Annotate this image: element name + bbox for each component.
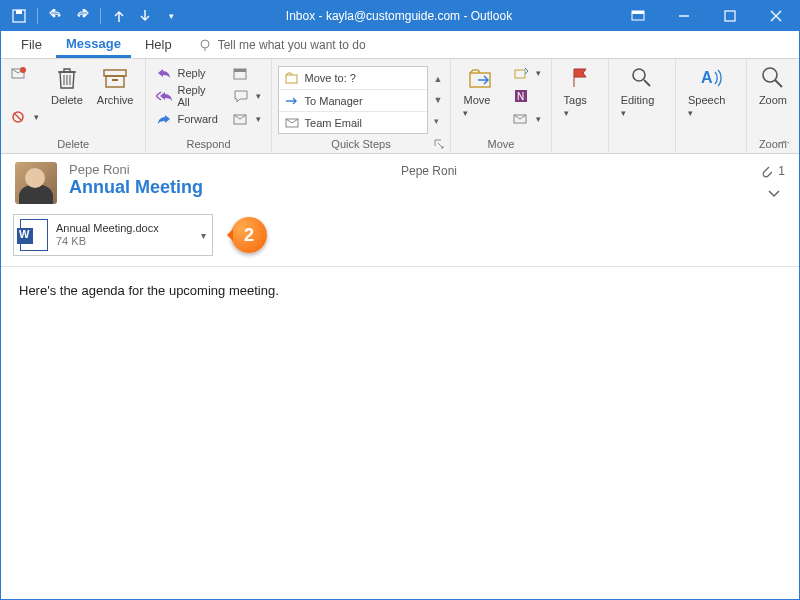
undo-button[interactable] <box>44 4 68 28</box>
attachment-count: 1 <box>778 164 785 178</box>
zoom-button[interactable]: Zoom <box>753 62 793 108</box>
quick-step-team-email[interactable]: Team Email <box>279 111 427 133</box>
quick-steps-gallery[interactable]: Move to: ? To Manager Team Email <box>278 66 428 134</box>
svg-point-9 <box>20 67 26 73</box>
onenote-icon: N <box>513 88 529 104</box>
tab-help[interactable]: Help <box>135 33 182 56</box>
group-editing: Editing ▾ <box>609 59 676 153</box>
message-subject: Annual Meeting <box>69 177 389 198</box>
collapse-ribbon-button[interactable]: ︿ <box>779 132 791 149</box>
find-icon <box>628 64 656 92</box>
mail-icon <box>285 118 299 128</box>
tell-me-label: Tell me what you want to do <box>218 38 366 52</box>
group-move: Move ▾ ▾ N ▾ Move <box>451 59 551 153</box>
save-button[interactable] <box>7 4 31 28</box>
quick-steps-launcher[interactable] <box>434 139 446 151</box>
group-tags-label <box>558 150 602 152</box>
ribbon: ▾ Delete Archive Delete Reply Reply All … <box>1 59 799 154</box>
ribbon-tabs: File Message Help Tell me what you want … <box>1 31 799 59</box>
recipient-name: Pepe Roni <box>401 164 457 178</box>
rules-button[interactable]: ▾ <box>509 62 545 84</box>
close-button[interactable] <box>753 1 799 31</box>
next-item-button[interactable] <box>133 4 157 28</box>
quick-steps-down-button[interactable]: ▼ <box>432 90 445 110</box>
svg-rect-5 <box>725 11 735 21</box>
editing-button[interactable]: Editing ▾ <box>615 62 669 120</box>
attachment-item[interactable]: Annual Meeting.docx 74 KB ▾ <box>13 214 213 256</box>
tell-me-search[interactable]: Tell me what you want to do <box>198 38 366 52</box>
quick-steps-up-button[interactable]: ▲ <box>432 69 445 89</box>
arrow-right-icon <box>285 96 299 106</box>
group-speech-label <box>682 150 740 152</box>
read-aloud-icon: A <box>697 64 725 92</box>
svg-rect-19 <box>234 69 246 72</box>
body-text: Here's the agenda for the upcoming meeti… <box>19 283 781 298</box>
actions-button[interactable]: ▾ <box>509 108 545 130</box>
svg-rect-24 <box>515 70 525 78</box>
tab-file[interactable]: File <box>11 33 52 56</box>
previous-item-button[interactable] <box>107 4 131 28</box>
forward-icon <box>156 111 172 127</box>
expand-header-button[interactable] <box>763 184 785 202</box>
folder-move-icon <box>467 64 495 92</box>
forward-button[interactable]: Forward <box>152 108 222 130</box>
reply-button[interactable]: Reply <box>152 62 222 84</box>
archive-button[interactable]: Archive <box>91 62 140 108</box>
quick-steps-more-button[interactable]: ▾ <box>432 111 445 131</box>
svg-rect-15 <box>104 70 126 76</box>
svg-rect-16 <box>106 76 124 87</box>
message-body: Here's the agenda for the upcoming meeti… <box>1 267 799 314</box>
actions-icon <box>513 111 529 127</box>
maximize-button[interactable] <box>707 1 753 31</box>
quick-step-to-manager[interactable]: To Manager <box>279 89 427 111</box>
reply-all-icon <box>156 88 172 104</box>
meeting-icon <box>233 65 249 81</box>
redo-button[interactable] <box>70 4 94 28</box>
ribbon-display-button[interactable] <box>615 1 661 31</box>
sender-name: Pepe Roni <box>69 162 389 177</box>
move-button[interactable]: Move ▾ <box>457 62 504 120</box>
rules-icon <box>513 65 529 81</box>
attachment-bar: Annual Meeting.docx 74 KB ▾ 2 <box>1 210 799 267</box>
zoom-icon <box>759 64 787 92</box>
im-button[interactable]: ▾ <box>229 85 265 107</box>
junk-button[interactable]: ▾ <box>7 106 43 128</box>
qat-separator <box>37 8 38 24</box>
svg-rect-3 <box>632 11 644 14</box>
qat-customize-button[interactable]: ▾ <box>159 4 183 28</box>
attachment-name: Annual Meeting.docx <box>56 222 193 235</box>
reply-icon <box>156 65 172 81</box>
delete-label: Delete <box>51 94 83 106</box>
group-delete: ▾ Delete Archive Delete <box>1 59 146 153</box>
reply-all-button[interactable]: Reply All <box>152 85 222 107</box>
junk-icon <box>11 109 27 125</box>
group-tags: Tags ▾ <box>552 59 609 153</box>
tags-button[interactable]: Tags ▾ <box>558 62 602 120</box>
speech-button[interactable]: A Speech ▾ <box>682 62 740 120</box>
group-zoom: Zoom Zoom <box>747 59 799 153</box>
im-icon <box>233 88 249 104</box>
minimize-button[interactable] <box>661 1 707 31</box>
svg-rect-1 <box>16 10 22 14</box>
quick-step-move-to[interactable]: Move to: ? <box>279 67 427 89</box>
attachment-dropdown[interactable]: ▾ <box>201 230 206 241</box>
ignore-icon <box>11 65 27 81</box>
svg-text:A: A <box>701 69 713 86</box>
svg-point-31 <box>763 68 777 82</box>
svg-point-28 <box>633 69 645 81</box>
group-respond-label: Respond <box>152 138 264 152</box>
group-move-label: Move <box>457 138 544 152</box>
more-respond-button[interactable]: ▾ <box>229 108 265 130</box>
onenote-button[interactable]: N <box>509 85 545 107</box>
meeting-button[interactable] <box>229 62 265 84</box>
svg-line-11 <box>14 113 22 121</box>
sender-avatar[interactable] <box>15 162 57 204</box>
group-delete-label: Delete <box>7 138 139 152</box>
svg-text:N: N <box>517 91 524 102</box>
folder-move-icon <box>285 72 299 84</box>
archive-label: Archive <box>97 94 134 106</box>
flag-icon <box>566 64 594 92</box>
delete-button[interactable]: Delete <box>45 62 89 108</box>
tab-message[interactable]: Message <box>56 32 131 58</box>
ignore-button[interactable] <box>7 62 43 84</box>
